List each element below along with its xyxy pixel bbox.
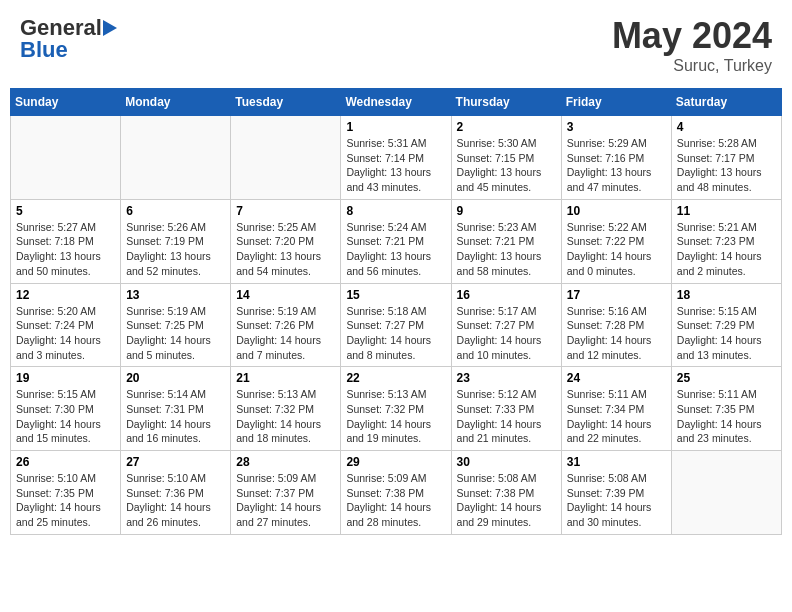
cell-info: Daylight: 13 hours [16,249,115,264]
weekday-header: Tuesday [231,89,341,116]
calendar-cell: 16Sunrise: 5:17 AMSunset: 7:27 PMDayligh… [451,283,561,367]
cell-info: Daylight: 13 hours [677,165,776,180]
cell-info: and 10 minutes. [457,348,556,363]
calendar-cell: 20Sunrise: 5:14 AMSunset: 7:31 PMDayligh… [121,367,231,451]
day-number: 9 [457,204,556,218]
calendar-cell: 8Sunrise: 5:24 AMSunset: 7:21 PMDaylight… [341,199,451,283]
calendar-cell: 6Sunrise: 5:26 AMSunset: 7:19 PMDaylight… [121,199,231,283]
calendar-cell: 15Sunrise: 5:18 AMSunset: 7:27 PMDayligh… [341,283,451,367]
cell-info: Sunrise: 5:14 AM [126,387,225,402]
cell-info: Sunrise: 5:12 AM [457,387,556,402]
cell-info: and 22 minutes. [567,431,666,446]
cell-info: Daylight: 14 hours [677,333,776,348]
cell-info: Sunrise: 5:11 AM [567,387,666,402]
cell-info: Sunset: 7:19 PM [126,234,225,249]
cell-info: Daylight: 14 hours [457,500,556,515]
cell-info: Sunset: 7:31 PM [126,402,225,417]
cell-info: and 23 minutes. [677,431,776,446]
day-number: 31 [567,455,666,469]
day-number: 30 [457,455,556,469]
cell-info: Sunset: 7:17 PM [677,151,776,166]
cell-info: Sunset: 7:27 PM [457,318,556,333]
cell-info: and 3 minutes. [16,348,115,363]
day-number: 13 [126,288,225,302]
cell-info: Daylight: 14 hours [677,417,776,432]
cell-info: Sunset: 7:21 PM [457,234,556,249]
cell-info: Daylight: 13 hours [457,249,556,264]
cell-info: Daylight: 14 hours [457,417,556,432]
cell-info: Sunrise: 5:25 AM [236,220,335,235]
cell-info: Daylight: 13 hours [126,249,225,264]
calendar-location: Suruc, Turkey [612,57,772,75]
cell-info: Daylight: 14 hours [567,333,666,348]
weekday-header: Saturday [671,89,781,116]
cell-info: Sunset: 7:23 PM [677,234,776,249]
weekday-header: Monday [121,89,231,116]
calendar-cell: 24Sunrise: 5:11 AMSunset: 7:34 PMDayligh… [561,367,671,451]
cell-info: Sunset: 7:20 PM [236,234,335,249]
cell-info: Sunrise: 5:13 AM [346,387,445,402]
calendar-week-row: 19Sunrise: 5:15 AMSunset: 7:30 PMDayligh… [11,367,782,451]
cell-info: Sunrise: 5:17 AM [457,304,556,319]
logo-arrow-icon [103,20,117,36]
cell-info: Daylight: 14 hours [126,333,225,348]
cell-info: Daylight: 14 hours [677,249,776,264]
weekday-header: Thursday [451,89,561,116]
day-number: 8 [346,204,445,218]
calendar-week-row: 1Sunrise: 5:31 AMSunset: 7:14 PMDaylight… [11,116,782,200]
calendar-cell [231,116,341,200]
cell-info: Sunset: 7:35 PM [677,402,776,417]
cell-info: and 13 minutes. [677,348,776,363]
cell-info: and 8 minutes. [346,348,445,363]
cell-info: Daylight: 14 hours [567,249,666,264]
cell-info: Sunrise: 5:22 AM [567,220,666,235]
calendar-cell: 9Sunrise: 5:23 AMSunset: 7:21 PMDaylight… [451,199,561,283]
calendar-week-row: 12Sunrise: 5:20 AMSunset: 7:24 PMDayligh… [11,283,782,367]
cell-info: Sunset: 7:16 PM [567,151,666,166]
calendar-cell: 4Sunrise: 5:28 AMSunset: 7:17 PMDaylight… [671,116,781,200]
cell-info: Daylight: 13 hours [346,249,445,264]
cell-info: Daylight: 14 hours [346,417,445,432]
cell-info: Daylight: 14 hours [346,333,445,348]
cell-info: and 52 minutes. [126,264,225,279]
calendar-cell: 13Sunrise: 5:19 AMSunset: 7:25 PMDayligh… [121,283,231,367]
calendar-cell: 26Sunrise: 5:10 AMSunset: 7:35 PMDayligh… [11,451,121,535]
calendar-week-row: 5Sunrise: 5:27 AMSunset: 7:18 PMDaylight… [11,199,782,283]
cell-info: Sunset: 7:39 PM [567,486,666,501]
cell-info: Sunrise: 5:27 AM [16,220,115,235]
cell-info: Sunrise: 5:08 AM [567,471,666,486]
cell-info: Daylight: 14 hours [346,500,445,515]
cell-info: Sunset: 7:22 PM [567,234,666,249]
day-number: 6 [126,204,225,218]
cell-info: and 56 minutes. [346,264,445,279]
cell-info: and 19 minutes. [346,431,445,446]
cell-info: Sunset: 7:30 PM [16,402,115,417]
cell-info: Daylight: 13 hours [567,165,666,180]
cell-info: Sunrise: 5:09 AM [346,471,445,486]
cell-info: Sunset: 7:29 PM [677,318,776,333]
cell-info: Sunset: 7:14 PM [346,151,445,166]
cell-info: and 28 minutes. [346,515,445,530]
cell-info: and 12 minutes. [567,348,666,363]
cell-info: Sunset: 7:27 PM [346,318,445,333]
day-number: 28 [236,455,335,469]
cell-info: Sunrise: 5:24 AM [346,220,445,235]
cell-info: and 43 minutes. [346,180,445,195]
calendar-cell: 19Sunrise: 5:15 AMSunset: 7:30 PMDayligh… [11,367,121,451]
day-number: 4 [677,120,776,134]
day-number: 14 [236,288,335,302]
cell-info: Sunset: 7:38 PM [346,486,445,501]
day-number: 25 [677,371,776,385]
calendar-week-row: 26Sunrise: 5:10 AMSunset: 7:35 PMDayligh… [11,451,782,535]
calendar-cell: 2Sunrise: 5:30 AMSunset: 7:15 PMDaylight… [451,116,561,200]
cell-info: Sunrise: 5:16 AM [567,304,666,319]
weekday-header: Wednesday [341,89,451,116]
cell-info: Daylight: 13 hours [457,165,556,180]
day-number: 22 [346,371,445,385]
day-number: 5 [16,204,115,218]
calendar-cell: 1Sunrise: 5:31 AMSunset: 7:14 PMDaylight… [341,116,451,200]
calendar-cell: 29Sunrise: 5:09 AMSunset: 7:38 PMDayligh… [341,451,451,535]
cell-info: Sunset: 7:24 PM [16,318,115,333]
calendar-cell: 21Sunrise: 5:13 AMSunset: 7:32 PMDayligh… [231,367,341,451]
calendar-cell: 30Sunrise: 5:08 AMSunset: 7:38 PMDayligh… [451,451,561,535]
